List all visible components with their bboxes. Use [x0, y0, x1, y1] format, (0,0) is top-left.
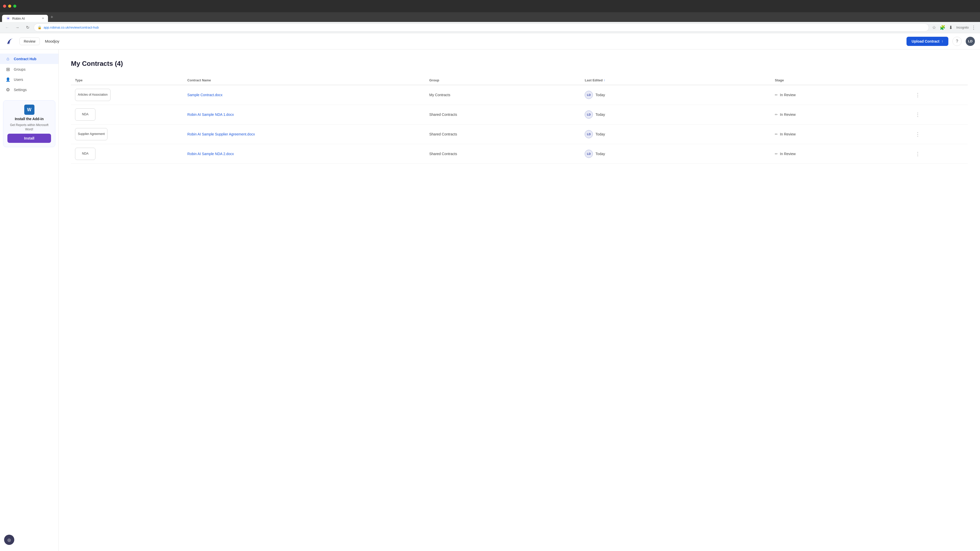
- table-row: Articles of Association Sample Contract.…: [71, 85, 968, 105]
- tab-label: Robin AI: [12, 17, 25, 21]
- edit-stage-icon: ✏: [775, 152, 778, 156]
- group-cell: Shared Contracts: [425, 124, 581, 144]
- tab-favicon: [6, 16, 10, 21]
- install-button[interactable]: Install: [7, 134, 51, 143]
- users-icon: 👤: [5, 77, 11, 82]
- last-edited-cell: LD Today: [581, 85, 771, 105]
- extensions-button[interactable]: 🧩: [939, 24, 946, 32]
- type-cell: Articles of Association: [71, 85, 183, 105]
- group-name: Shared Contracts: [429, 132, 457, 136]
- group-name: My Contracts: [429, 93, 450, 97]
- row-menu-button[interactable]: ⋮: [913, 130, 922, 138]
- type-badge: NDA: [75, 108, 95, 121]
- stage-label: In Review: [780, 132, 795, 136]
- col-header-group: Group: [425, 76, 581, 85]
- contract-name-cell: Robin AI Sample NDA 1.docx: [183, 105, 425, 124]
- refresh-button[interactable]: ↻: [24, 24, 32, 32]
- active-browser-tab[interactable]: Robin AI ×: [2, 15, 48, 22]
- upload-btn-label: Upload Contract: [912, 39, 939, 43]
- groups-icon: ⊞: [5, 67, 11, 72]
- last-edited-cell: LD Today: [581, 124, 771, 144]
- workspace-name: Moodjoy: [45, 39, 59, 43]
- group-cell: My Contracts: [425, 85, 581, 105]
- group-name: Shared Contracts: [429, 113, 457, 117]
- row-menu-button[interactable]: ⋮: [913, 150, 922, 158]
- new-tab-button[interactable]: +: [48, 14, 56, 21]
- contract-link[interactable]: Robin AI Sample NDA 2.docx: [187, 152, 234, 156]
- col-header-stage: Stage: [771, 76, 909, 85]
- sidebar-item-settings[interactable]: ⚙ Settings: [0, 84, 59, 95]
- upload-contract-button[interactable]: Upload Contract ↑: [907, 37, 948, 46]
- app-body: ⌂ Contract Hub ⊞ Groups 👤 Users ⚙ Settin…: [0, 49, 980, 551]
- type-badge: Supplier Agreement: [75, 128, 107, 140]
- editor-avatar: LD: [585, 130, 593, 138]
- row-menu-button[interactable]: ⋮: [913, 110, 922, 119]
- sidebar-item-contract-hub[interactable]: ⌂ Contract Hub: [0, 54, 59, 64]
- col-header-contract-name: Contract Name: [183, 76, 425, 85]
- address-bar[interactable]: 🔒 app.robinai.co.uk/review/contract-hub: [34, 24, 929, 32]
- app-container: Review Moodjoy Upload Contract ↑ ? LD ⌂ …: [0, 33, 980, 551]
- sidebar-item-groups[interactable]: ⊞ Groups: [0, 64, 59, 75]
- edited-date: Today: [595, 132, 605, 136]
- edited-date: Today: [595, 93, 605, 97]
- group-cell: Shared Contracts: [425, 105, 581, 124]
- main-content: My Contracts (4) Type Contract Name Grou…: [59, 49, 980, 551]
- sidebar-item-users[interactable]: 👤 Users: [0, 75, 59, 84]
- contract-link[interactable]: Robin AI Sample Supplier Agreement.docx: [187, 132, 255, 136]
- user-avatar-button[interactable]: LD: [966, 37, 975, 46]
- type-cell: Supplier Agreement: [71, 124, 183, 144]
- settings-icon: ⚙: [5, 87, 11, 93]
- table-body: Articles of Association Sample Contract.…: [71, 85, 968, 164]
- contract-name-cell: Sample Contract.docx: [183, 85, 425, 105]
- app-logo: [5, 36, 15, 46]
- browser-nav-bar: ← → ↻ 🔒 app.robinai.co.uk/review/contrac…: [0, 22, 980, 33]
- edited-date: Today: [595, 152, 605, 156]
- group-cell: Shared Contracts: [425, 144, 581, 164]
- contracts-table: Type Contract Name Group Last Edited ↑: [71, 76, 968, 164]
- contract-name-cell: Robin AI Sample NDA 2.docx: [183, 144, 425, 164]
- editor-avatar: LD: [585, 91, 593, 99]
- word-icon: W: [24, 105, 35, 115]
- incognito-label: Incognito: [956, 26, 969, 29]
- addon-title: Install the Add-in: [15, 117, 44, 121]
- download-button[interactable]: ⬇: [948, 24, 954, 32]
- contract-link[interactable]: Sample Contract.docx: [187, 93, 223, 97]
- url-text: app.robinai.co.uk/review/contract-hub: [44, 25, 925, 29]
- table-row: Supplier Agreement Robin AI Sample Suppl…: [71, 124, 968, 144]
- addon-description: Get Reports within Microsoft Word!: [7, 123, 51, 132]
- edited-date: Today: [595, 113, 605, 117]
- sort-arrow-icon: ↑: [604, 79, 605, 82]
- sidebar-users-label: Users: [14, 78, 23, 82]
- last-edited-cell: LD Today: [581, 105, 771, 124]
- col-header-menu: [909, 76, 968, 85]
- row-menu-button[interactable]: ⋮: [913, 91, 922, 99]
- menu-button[interactable]: ⋮: [970, 24, 977, 32]
- chat-bubble-button[interactable]: ◎: [4, 535, 14, 545]
- row-menu-cell: ⋮: [909, 124, 968, 144]
- back-button[interactable]: ←: [3, 24, 11, 32]
- page-title: My Contracts (4): [71, 60, 968, 68]
- edit-stage-icon: ✏: [775, 132, 778, 136]
- stage-cell: ✏ In Review: [771, 105, 909, 124]
- stage-cell: ✏ In Review: [771, 85, 909, 105]
- contract-link[interactable]: Robin AI Sample NDA 1.docx: [187, 113, 234, 117]
- sidebar-groups-label: Groups: [14, 67, 25, 71]
- chat-bubble-icon: ◎: [7, 537, 11, 542]
- tab-close-btn[interactable]: ×: [42, 17, 44, 20]
- stage-label: In Review: [780, 152, 795, 156]
- table-row: NDA Robin AI Sample NDA 1.docx Shared Co…: [71, 105, 968, 124]
- stage-cell: ✏ In Review: [771, 124, 909, 144]
- table-header: Type Contract Name Group Last Edited ↑: [71, 76, 968, 85]
- table-row: NDA Robin AI Sample NDA 2.docx Shared Co…: [71, 144, 968, 164]
- editor-avatar: LD: [585, 110, 593, 119]
- sidebar: ⌂ Contract Hub ⊞ Groups 👤 Users ⚙ Settin…: [0, 49, 59, 551]
- col-header-last-edited[interactable]: Last Edited ↑: [581, 76, 771, 85]
- help-button[interactable]: ?: [953, 37, 962, 46]
- bookmark-button[interactable]: ☆: [931, 24, 937, 32]
- forward-button[interactable]: →: [13, 24, 21, 32]
- last-edited-cell: LD Today: [581, 144, 771, 164]
- app-header: Review Moodjoy Upload Contract ↑ ? LD: [0, 33, 980, 49]
- home-icon: ⌂: [5, 56, 11, 62]
- stage-cell: ✏ In Review: [771, 144, 909, 164]
- review-button[interactable]: Review: [19, 38, 40, 45]
